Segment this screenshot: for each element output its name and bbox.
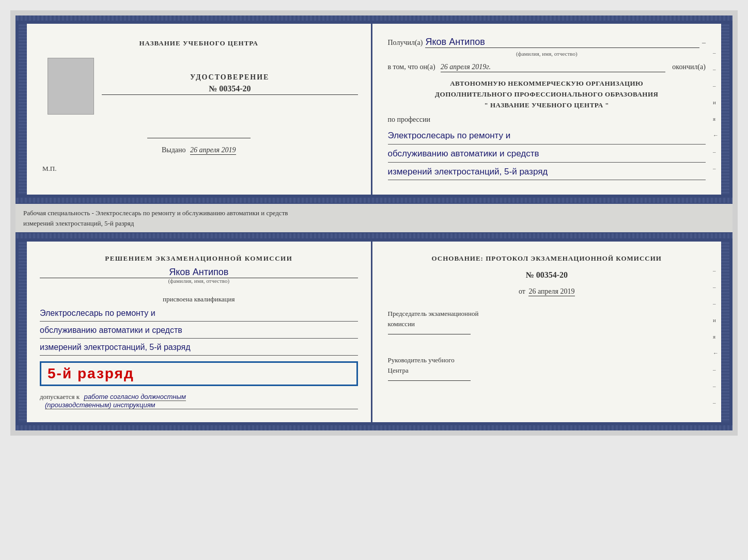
signature-line-top — [147, 138, 251, 138]
predsedatel-line2: комиссии — [388, 320, 415, 328]
avtonomnuyu-line1: АВТОНОМНУЮ НЕКОММЕРЧЕСКУЮ ОРГАНИЗАЦИЮ — [388, 78, 706, 89]
profession-line2: обслуживанию автоматики и средств — [388, 146, 706, 163]
ot-date-row: от 26 апреля 2019 — [388, 287, 706, 296]
qual-line1: Электрослесарь по ремонту и — [40, 306, 358, 322]
cert-number: № 00354-20 — [102, 84, 358, 95]
okonchil-label: окончил(а) — [672, 63, 706, 71]
fio-hint-top: (фамилия, имя, отчество) — [388, 51, 706, 57]
cert-block: УДОСТОВЕРЕНИЕ № 00354-20 — [102, 73, 358, 95]
vtom-label: в том, что он(а) — [388, 63, 435, 71]
bottom-document: Решением экзаменационной комиссии Яков А… — [15, 238, 733, 425]
separator-line2: измерений электростанций, 5-й разряд — [23, 218, 725, 229]
dopuskaetsya-label: допускается к — [40, 393, 80, 401]
received-name: Яков Антипов — [425, 37, 699, 48]
prisvoena-label: присвоена квалификация — [40, 295, 358, 303]
udostoverenie-title: УДОСТОВЕРЕНИЕ — [102, 73, 358, 82]
osnovanie-label: Основание: протокол экзаменационной коми… — [388, 254, 706, 263]
separator-block: Рабочая специальность - Электрослесарь п… — [15, 203, 733, 233]
vtom-row: в том, что он(а) 26 апреля 2019г. окончи… — [388, 63, 706, 72]
rukovoditel-block: Руководитель учебного Центра — [388, 355, 706, 386]
rukovoditel-signature — [388, 380, 471, 381]
razryad-badge-text: 5-й разряд — [48, 365, 134, 381]
bottom-right-page: Основание: протокол экзаменационной коми… — [372, 242, 722, 422]
rukovoditel-title: Руководитель учебного Центра — [388, 355, 706, 375]
dopuskaetsya-text2: (производственным) инструкциям — [45, 401, 358, 409]
vydano-date: 26 апреля 2019 — [190, 146, 236, 155]
vtom-date: 26 апреля 2019г. — [441, 63, 666, 72]
right-spine-bottom — [721, 242, 729, 422]
ot-label: от — [519, 287, 525, 295]
profession-line1: Электрослесарь по ремонту и — [388, 128, 706, 145]
dash-mark: – — [702, 39, 706, 47]
mp-label: М.П. — [42, 165, 56, 173]
org-name-top: НАЗВАНИЕ УЧЕБНОГО ЦЕНТРА — [139, 39, 258, 47]
received-label: Получил(а) — [388, 39, 423, 47]
rukovoditel-line2: Центра — [388, 366, 409, 374]
avtonomnuyu-line2: ДОПОЛНИТЕЛЬНОГО ПРОФЕССИОНАЛЬНОГО ОБРАЗО… — [388, 89, 706, 100]
org-name-quotes: " НАЗВАНИЕ УЧЕБНОГО ЦЕНТРА " — [388, 100, 706, 111]
predsedatel-signature — [388, 334, 471, 334]
fio-hint-bottom: (фамилия, имя, отчество) — [40, 278, 358, 284]
top-left-page: НАЗВАНИЕ УЧЕБНОГО ЦЕНТРА УДОСТОВЕРЕНИЕ №… — [27, 24, 372, 195]
bottom-left-page: Решением экзаменационной комиссии Яков А… — [27, 242, 372, 422]
right-side-marks-bottom: – – – и я ← – – – — [713, 267, 719, 406]
predsedatel-title: Председатель экзаменационной комиссии — [388, 309, 706, 329]
vydano-label: Выдано — [162, 146, 186, 154]
profession-line3: измерений электростанций, 5-й разряд — [388, 164, 706, 181]
left-spine-bottom — [19, 242, 27, 422]
predsedatel-line1: Председатель экзаменационной — [388, 310, 479, 317]
separator-line1: Рабочая специальность - Электрослесарь п… — [23, 208, 725, 218]
razryad-badge: 5-й разряд — [40, 361, 358, 386]
resheniem-label: Решением экзаменационной комиссии — [40, 254, 358, 263]
avtonomnuyu-block: АВТОНОМНУЮ НЕКОММЕРЧЕСКУЮ ОРГАНИЗАЦИЮ ДО… — [388, 78, 706, 110]
received-row: Получил(а) Яков Антипов – — [388, 37, 706, 48]
right-side-marks-top: – – – и я ← – – — [713, 50, 719, 171]
vydano-line: Выдано 26 апреля 2019 — [162, 146, 236, 154]
dopuskaetsya-line: допускается к работе согласно должностны… — [40, 393, 358, 401]
qual-line2: обслуживанию автоматики и средств — [40, 323, 358, 339]
protocol-number: № 00354-20 — [388, 270, 706, 280]
qual-line3: измерений электростанций, 5-й разряд — [40, 340, 358, 356]
left-spine-top — [19, 24, 27, 195]
po-professii: по профессии — [388, 116, 706, 124]
right-spine-top — [721, 24, 729, 195]
top-document: НАЗВАНИЕ УЧЕБНОГО ЦЕНТРА УДОСТОВЕРЕНИЕ №… — [15, 21, 733, 198]
bottom-name: Яков Антипов — [40, 267, 358, 278]
photo-placeholder — [48, 58, 94, 115]
ot-date: 26 апреля 2019 — [528, 287, 574, 296]
dopuskaetsya-text: работе согласно должностным — [84, 393, 185, 401]
top-right-page: Получил(а) Яков Антипов – (фамилия, имя,… — [372, 24, 722, 195]
predsedatel-block: Председатель экзаменационной комиссии — [388, 309, 706, 340]
rukovoditel-line1: Руководитель учебного — [388, 356, 455, 364]
